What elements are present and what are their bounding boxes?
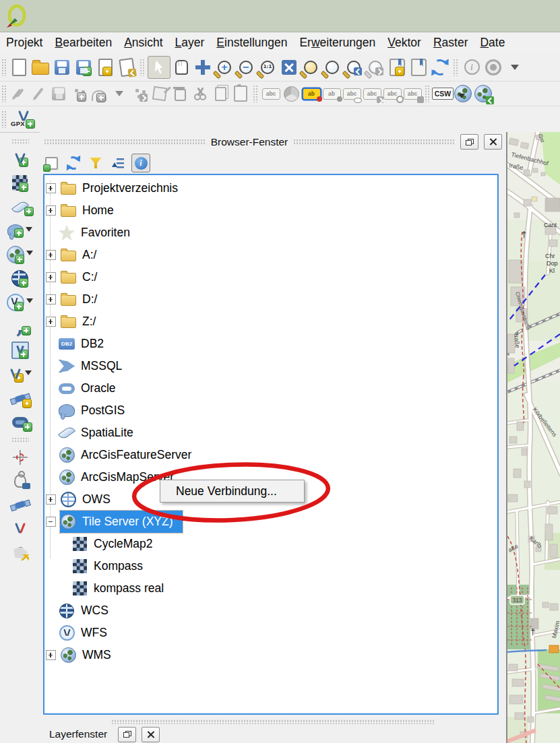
tree-item-cyclemap2[interactable]: CycleMap2 (44, 533, 497, 555)
identify-features-button-disabled[interactable]: i (461, 57, 483, 78)
new-bookmark-button[interactable] (386, 57, 408, 78)
menu-layer[interactable]: Layer (169, 36, 211, 50)
browser-tree[interactable]: Projektverzeichnis Home Favoriten A:/ C:… (43, 174, 499, 715)
digitize-dropdown-button[interactable] (109, 84, 129, 103)
zoom-next-button[interactable] (365, 57, 386, 78)
add-spatialite-layer-button[interactable] (1, 198, 39, 216)
add-raster-layer-button[interactable] (1, 174, 39, 192)
add-postgis-layer-button[interactable] (1, 222, 39, 240)
tree-item-mssql[interactable]: MSSQL (44, 355, 497, 377)
toolbar-grip[interactable] (1, 110, 7, 128)
zoom-in-button[interactable]: + (214, 57, 235, 78)
new-temporary-layer-button[interactable] (1, 365, 39, 383)
expand-icon[interactable] (46, 650, 56, 660)
open-project-button[interactable] (30, 57, 51, 78)
properties-widget-button-active[interactable]: i (131, 154, 150, 172)
chevron-down-icon[interactable] (26, 251, 33, 259)
tree-item-wms[interactable]: WMS (44, 644, 497, 666)
tree-item-home[interactable]: Home (44, 199, 497, 222)
copy-features-button-disabled[interactable] (210, 84, 230, 103)
chevron-down-icon[interactable] (25, 370, 32, 379)
current-edits-button-disabled[interactable] (8, 84, 28, 103)
add-wfs-layer-button[interactable] (1, 294, 39, 312)
create-gpx-layer-button[interactable]: GPX (8, 108, 38, 130)
toolbar-overflow-button[interactable] (504, 57, 526, 78)
tree-item-kompass[interactable]: Kompass (44, 555, 497, 577)
pan-to-selection-button[interactable] (192, 57, 214, 78)
labeling-options-button-disabled[interactable]: abc (261, 84, 281, 103)
csw-search-button[interactable]: CSW (433, 84, 453, 103)
tree-item-tile-server-xyz-selected[interactable]: Tile Server (XYZ) (44, 511, 497, 533)
tree-item-postgis[interactable]: PostGIS (44, 399, 497, 422)
float-panel-button[interactable] (118, 727, 136, 742)
save-project-button[interactable] (51, 57, 73, 78)
new-project-button[interactable] (8, 57, 30, 78)
move-feature-button-disabled[interactable] (129, 84, 150, 103)
tree-item-drive-c[interactable]: C:/ (44, 266, 497, 288)
zoom-last-button[interactable] (343, 57, 365, 78)
zoom-native-resolution-button[interactable]: 1:1 (257, 57, 278, 78)
tree-item-drive-d[interactable]: D:/ (44, 288, 497, 311)
float-panel-button[interactable] (460, 134, 478, 150)
tree-item-kompass-real[interactable]: kompass real (44, 577, 497, 600)
tree-item-wfs[interactable]: WFS (44, 622, 497, 644)
add-selected-layers-button[interactable] (42, 154, 60, 172)
add-feature-button-disabled[interactable] (69, 84, 89, 103)
add-vector-layer-button[interactable] (1, 150, 39, 168)
run-feature-action-button-disabled[interactable] (483, 57, 504, 78)
plugin-offline-editing-button[interactable] (1, 472, 39, 490)
change-label-button-disabled[interactable]: abc (402, 84, 423, 103)
paste-features-button-disabled[interactable] (230, 84, 251, 103)
expand-icon[interactable] (46, 272, 56, 282)
save-layer-edits-button-disabled[interactable] (49, 84, 69, 103)
tree-item-wcs[interactable]: WCS (44, 600, 497, 622)
node-tool-button-disabled[interactable] (150, 84, 170, 103)
menu-einstellungen[interactable]: Einstellungen (210, 36, 293, 50)
zoom-to-selection-button[interactable] (300, 57, 321, 78)
pin-labels-button-active[interactable]: ab (301, 84, 321, 103)
toolbar-grip[interactable] (11, 139, 29, 144)
tree-item-arcgis-featureserver[interactable]: ArcGisFeatureServer (44, 444, 497, 466)
tree-item-favoriten[interactable]: Favoriten (44, 222, 497, 244)
touch-zoom-tool-button[interactable] (148, 56, 170, 79)
metasearch-button[interactable] (453, 84, 473, 103)
refresh-browser-button[interactable] (65, 154, 82, 172)
toolbar-grip[interactable] (11, 437, 29, 443)
toggle-editing-button-disabled[interactable] (28, 84, 49, 103)
add-oracle-georaster-button[interactable] (1, 413, 39, 431)
plugin-check-geometries-button[interactable] (1, 544, 39, 562)
web-services-search-button[interactable] (473, 84, 493, 103)
expand-icon[interactable] (46, 494, 56, 505)
zoom-out-button[interactable]: − (235, 57, 257, 78)
expand-icon[interactable] (46, 205, 56, 216)
chevron-down-icon[interactable] (26, 298, 33, 306)
menu-ansicht[interactable]: Ansicht (118, 36, 168, 50)
pan-map-button[interactable] (170, 57, 192, 78)
unpin-labels-button-disabled[interactable]: ab (321, 84, 342, 103)
show-hide-labels-button-disabled[interactable]: abc (342, 84, 362, 103)
tree-item-drive-z[interactable]: Z:/ (44, 311, 497, 333)
refresh-map-button[interactable] (429, 57, 451, 78)
new-print-composer-button[interactable] (94, 57, 116, 78)
new-shapefile-layer-button[interactable] (1, 342, 39, 360)
browser-panel-header[interactable]: Browser-Fenster (40, 132, 506, 152)
menu-datenbank[interactable]: Date (474, 36, 511, 50)
add-wcs-layer-button[interactable] (1, 269, 39, 288)
plugin-topology-checker-button[interactable] (1, 520, 39, 538)
rotate-label-button-disabled[interactable]: abc (382, 84, 402, 103)
show-bookmarks-button[interactable] (408, 57, 429, 78)
tree-item-spatialite[interactable]: SpatiaLite (44, 422, 497, 444)
tree-item-drive-a[interactable]: A:/ (44, 244, 497, 266)
close-panel-button[interactable] (484, 134, 502, 150)
collapse-all-button[interactable] (109, 154, 127, 172)
expand-icon[interactable] (46, 183, 56, 193)
filter-browser-button[interactable] (87, 154, 104, 172)
toolbar-grip[interactable] (1, 59, 7, 76)
zoom-full-extent-button[interactable] (278, 57, 300, 78)
save-project-as-button[interactable] (73, 57, 94, 78)
tree-item-projektverzeichnis[interactable]: Projektverzeichnis (44, 177, 497, 199)
tree-item-db2[interactable]: DB2DB2 (44, 333, 497, 355)
chevron-down-icon[interactable] (26, 227, 32, 235)
expand-icon[interactable] (46, 317, 56, 327)
tree-item-oracle[interactable]: Oracle (44, 377, 497, 399)
